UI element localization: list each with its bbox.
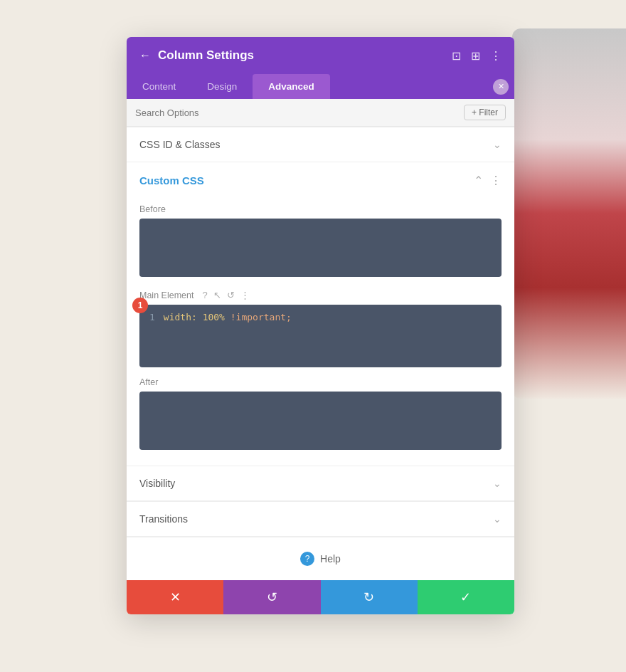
background-image bbox=[512, 28, 626, 399]
tab-design[interactable]: Design bbox=[191, 74, 253, 99]
custom-css-header: Custom CSS ⌃ ⋮ bbox=[139, 162, 502, 194]
tab-close-area: ✕ bbox=[493, 74, 509, 99]
undo-button[interactable]: ↺ bbox=[223, 580, 320, 614]
before-textarea[interactable] bbox=[139, 219, 502, 277]
css-id-classes-arrow: ⌄ bbox=[493, 139, 502, 150]
close-panel-button[interactable]: ✕ bbox=[493, 79, 509, 95]
line-number: 1 bbox=[149, 312, 155, 322]
reset-icon[interactable]: ↺ bbox=[227, 290, 235, 300]
visibility-section[interactable]: Visibility ⌄ bbox=[127, 466, 514, 501]
header-right: ⊡ ⊞ ⋮ bbox=[452, 49, 502, 63]
column-settings-panel: ← Column Settings ⊡ ⊞ ⋮ Content Design A… bbox=[127, 37, 514, 614]
code-property: width: bbox=[164, 312, 203, 322]
help-text[interactable]: Help bbox=[320, 553, 341, 565]
filter-button[interactable]: + Filter bbox=[464, 105, 506, 120]
tab-advanced[interactable]: Advanced bbox=[253, 74, 330, 99]
back-icon[interactable]: ← bbox=[139, 49, 151, 62]
more-vert-icon[interactable]: ⋮ bbox=[490, 49, 502, 63]
tabs-bar: Content Design Advanced ✕ bbox=[127, 74, 514, 99]
panel-title: Column Settings bbox=[158, 48, 254, 63]
panel-header: ← Column Settings ⊡ ⊞ ⋮ bbox=[127, 37, 514, 74]
after-label: After bbox=[139, 377, 502, 387]
close-icon: ✕ bbox=[498, 82, 504, 91]
tab-content[interactable]: Content bbox=[127, 74, 191, 99]
custom-css-title: Custom CSS bbox=[139, 174, 204, 187]
main-element-row: Main Element ? ↖ ↺ ⋮ bbox=[139, 290, 502, 300]
search-bar: + Filter bbox=[127, 99, 514, 127]
custom-css-section: Custom CSS ⌃ ⋮ Before Main Element ? ↖ ↺… bbox=[127, 162, 514, 466]
transitions-arrow: ⌄ bbox=[493, 513, 502, 525]
content-area: CSS ID & Classes ⌄ Custom CSS ⌃ ⋮ Before… bbox=[127, 127, 514, 580]
visibility-arrow: ⌄ bbox=[493, 478, 502, 489]
custom-css-collapse-icon[interactable]: ⌃ bbox=[474, 174, 483, 187]
before-label: Before bbox=[139, 204, 502, 214]
code-value: 100% bbox=[203, 312, 225, 322]
code-important: !important; bbox=[225, 312, 292, 322]
after-textarea[interactable] bbox=[139, 392, 502, 450]
css-id-classes-section[interactable]: CSS ID & Classes ⌄ bbox=[127, 127, 514, 162]
redo-button[interactable]: ↻ bbox=[321, 580, 418, 614]
help-section: ? Help bbox=[127, 537, 514, 580]
cursor-icon[interactable]: ↖ bbox=[213, 290, 221, 300]
help-icon[interactable]: ? bbox=[300, 552, 314, 566]
columns-icon[interactable]: ⊞ bbox=[471, 49, 480, 63]
main-element-icons: ? ↖ ↺ ⋮ bbox=[202, 290, 249, 300]
dots-icon[interactable]: ⋮ bbox=[240, 290, 250, 300]
custom-css-more-icon[interactable]: ⋮ bbox=[490, 174, 502, 187]
main-element-editor[interactable]: 1width: 100% !important; bbox=[139, 305, 502, 367]
transitions-section[interactable]: Transitions ⌄ bbox=[127, 501, 514, 537]
transitions-title: Transitions bbox=[139, 513, 188, 525]
code-editor-wrap: 1 1width: 100% !important; bbox=[139, 305, 502, 367]
custom-css-actions: ⌃ ⋮ bbox=[474, 174, 502, 187]
bottom-bar: ✕ ↺ ↻ ✓ bbox=[127, 580, 514, 614]
header-left: ← Column Settings bbox=[139, 48, 254, 63]
line-number-badge: 1 bbox=[132, 298, 148, 313]
css-id-classes-title: CSS ID & Classes bbox=[139, 139, 221, 150]
search-input[interactable] bbox=[135, 107, 464, 118]
visibility-title: Visibility bbox=[139, 478, 175, 489]
question-icon[interactable]: ? bbox=[202, 290, 207, 300]
cancel-button[interactable]: ✕ bbox=[127, 580, 223, 614]
screenshot-icon[interactable]: ⊡ bbox=[452, 49, 461, 63]
save-button[interactable]: ✓ bbox=[418, 580, 514, 614]
main-element-label: Main Element bbox=[139, 290, 193, 300]
